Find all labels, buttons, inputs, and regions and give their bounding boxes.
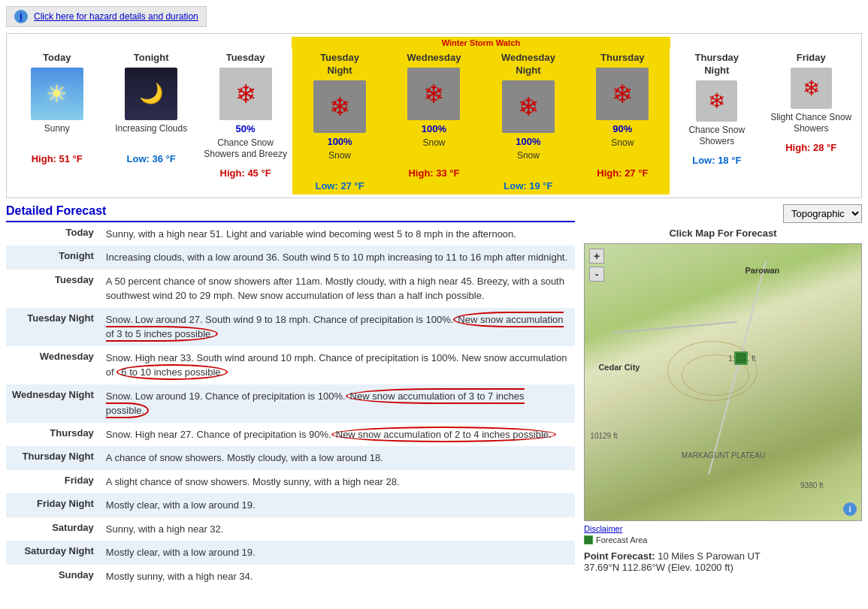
table-row: WednesdaySnow. High near 33. South wind … — [6, 346, 575, 384]
map-info-button[interactable]: i — [843, 502, 857, 516]
temperature: Low: 18 °F — [671, 155, 762, 166]
precip-chance: 90% — [577, 123, 668, 134]
table-row: FridayA slight chance of snow showers. M… — [6, 470, 575, 494]
table-row: Friday NightMostly clear, with a low aro… — [6, 493, 575, 517]
weather-icon: ❄ — [313, 80, 366, 133]
period-text: Snow. High near 33. South wind around 10… — [100, 346, 575, 384]
precip-chance: 50% — [200, 123, 291, 134]
main-content: Detailed Forecast TodaySunny, with a hig… — [6, 204, 862, 589]
weather-icon: ❄ — [791, 68, 832, 109]
table-row: Wednesday NightSnow. Low around 19. Chan… — [6, 384, 575, 423]
condition-text: Snow — [484, 150, 572, 177]
period-text: Snow. Low around 27. South wind 9 to 18 … — [100, 308, 575, 346]
temperature: High: 27 °F — [577, 167, 668, 179]
period-label: Tuesday — [6, 270, 100, 308]
forecast-day: Thursday❄90%SnowHigh: 27 °F — [576, 49, 670, 194]
period-label: Saturday Night — [6, 541, 100, 565]
temperature: High: 51 °F — [11, 153, 102, 164]
period-text: Snow. High near 27. Chance of precipitat… — [100, 423, 575, 447]
point-forecast-location: 10 Miles S Parowan UT — [658, 550, 761, 562]
map-type-select[interactable]: Topographic — [783, 204, 862, 223]
condition-text: Snow — [579, 137, 667, 164]
temperature: High: 33 °F — [389, 167, 479, 179]
table-row: SundayMostly sunny, with a high near 34. — [6, 565, 575, 589]
condition-text: Snow — [390, 137, 478, 164]
temperature: Low: 36 °F — [105, 153, 196, 164]
temperature: High: 45 °F — [200, 167, 291, 179]
forecast-area-label: Forecast Area — [596, 535, 647, 544]
highlighted-text: New snow accumulation of 3 to 7 inches p… — [106, 388, 525, 419]
weather-icon: ❄ — [696, 80, 737, 122]
highlighted-text: 6 to 10 inches possible. — [116, 364, 228, 380]
highlighted-text: New snow accumulation of 2 to 4 inches p… — [331, 427, 556, 442]
map-background: Parowan Cedar City 11311 ft MARKAGUNT PL… — [585, 244, 861, 520]
weather-icon: ❄ — [407, 68, 460, 120]
point-forecast-section: Point Forecast: 10 Miles S Parowan UT 37… — [584, 550, 862, 573]
disclaimer-link[interactable]: Disclaimer — [584, 524, 622, 533]
period-text: Increasing clouds, with a low around 36.… — [100, 246, 575, 270]
period-text: Sunny, with a high near 32. — [100, 517, 575, 541]
forecast-day: TuesdayNight❄100%SnowLow: 27 °F — [292, 49, 386, 194]
detailed-forecast-title: Detailed Forecast — [6, 204, 575, 222]
table-row: Tuesday NightSnow. Low around 27. South … — [6, 308, 575, 346]
forecast-day: ThursdayNight❄Chance Snow ShowersLow: 18… — [670, 49, 764, 194]
forecast-day: Tuesday❄50%Chance Snow Showers and Breez… — [198, 49, 292, 194]
period-text: Sunny, with a high near 51. Light and va… — [100, 222, 575, 246]
table-row: Thursday NightA chance of snow showers. … — [6, 446, 575, 470]
table-row: TonightIncreasing clouds, with a low aro… — [6, 246, 575, 270]
condition-text: Slight Chance Snow Showers — [767, 112, 855, 139]
period-text: A chance of snow showers. Mostly cloudy,… — [100, 446, 575, 470]
weather-icon: 🌙 — [125, 68, 177, 120]
table-row: TodaySunny, with a high near 51. Light a… — [6, 222, 575, 246]
period-text: Mostly sunny, with a high near 34. — [100, 565, 575, 589]
forecast-marker[interactable] — [734, 351, 748, 365]
precip-chance: 100% — [294, 136, 385, 147]
point-forecast-label: Point Forecast: — [584, 550, 655, 562]
period-label: Tuesday Night — [6, 308, 100, 346]
period-label: Sunday — [6, 565, 100, 589]
period-label: Thursday — [6, 423, 100, 447]
weather-icon: ❄ — [596, 68, 649, 120]
forecast-detail: Detailed Forecast TodaySunny, with a hig… — [6, 204, 575, 589]
condition-text: Chance Snow Showers — [673, 125, 761, 152]
day-name: Thursday — [577, 52, 668, 65]
hazard-bar[interactable]: i Click here for hazard details and dura… — [6, 6, 207, 27]
period-label: Today — [6, 222, 100, 246]
forecast-day: Wednesday❄100%SnowHigh: 33 °F — [387, 49, 481, 194]
period-text: Mostly clear, with a low around 19. — [100, 493, 575, 517]
point-forecast-coords: 37.69°N 112.86°W (Elev. 10200 ft) — [584, 562, 733, 573]
day-name: Wednesday — [389, 52, 479, 65]
period-text: A 50 percent chance of snow showers afte… — [100, 270, 575, 308]
forecast-day: Tonight🌙Increasing CloudsLow: 36 °F — [104, 49, 198, 194]
period-label: Wednesday Night — [6, 384, 100, 423]
day-name: ThursdayNight — [671, 52, 762, 77]
period-text: Snow. Low around 19. Chance of precipita… — [100, 384, 575, 423]
map-footer: Disclaimer Forecast Area — [584, 524, 862, 544]
table-row: TuesdayA 50 percent chance of snow showe… — [6, 270, 575, 308]
hazard-link[interactable]: Click here for hazard details and durati… — [34, 11, 198, 22]
map-container[interactable]: Parowan Cedar City 11311 ft MARKAGUNT PL… — [584, 243, 862, 521]
weather-icon: ❄ — [502, 80, 555, 133]
zoom-out-button[interactable]: - — [589, 267, 604, 282]
map-label-parowan: Parowan — [745, 266, 779, 275]
map-click-label: Click Map For Forecast — [584, 228, 862, 239]
table-row: SaturdaySunny, with a high near 32. — [6, 517, 575, 541]
weather-icon: ☀ — [31, 68, 83, 120]
map-controls: Topographic — [584, 204, 862, 223]
period-label: Tonight — [6, 246, 100, 270]
zoom-in-button[interactable]: + — [589, 249, 604, 264]
day-name: Tuesday — [200, 52, 291, 65]
forecast-table: TodaySunny, with a high near 51. Light a… — [6, 222, 575, 589]
period-label: Thursday Night — [6, 446, 100, 470]
precip-chance: 100% — [482, 136, 573, 147]
period-label: Friday Night — [6, 493, 100, 517]
period-text: A slight chance of snow showers. Mostly … — [100, 470, 575, 494]
map-label-elevation2: 10129 ft — [590, 432, 617, 440]
map-label-elevation3: 9380 ft — [800, 481, 824, 490]
precip-chance: 100% — [389, 123, 479, 134]
temperature: Low: 27 °F — [294, 180, 385, 191]
period-label: Wednesday — [6, 346, 100, 384]
day-name: Tonight — [105, 52, 196, 65]
condition-text: Sunny — [13, 123, 101, 150]
forecast-day: WednesdayNight❄100%SnowLow: 19 °F — [481, 49, 575, 194]
